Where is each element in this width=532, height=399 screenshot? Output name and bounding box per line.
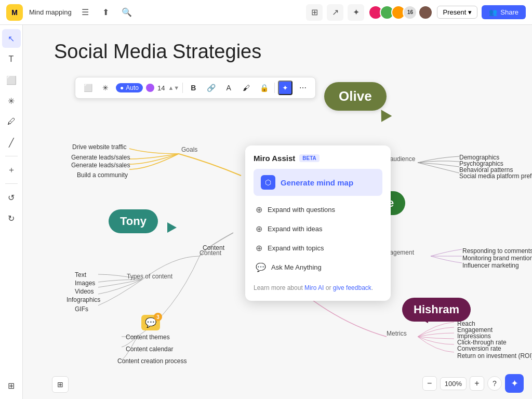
font-size-arrows[interactable]: ▲▼	[168, 85, 179, 91]
link-btn[interactable]: 🔗	[204, 81, 218, 95]
topbar-right: ⊞ ↗ ✦ 16 Present ▾ 👥 Share	[306, 4, 526, 21]
expand-topics-label: Expand with topics	[268, 244, 324, 252]
auto-toggle[interactable]: ● Auto	[116, 83, 143, 92]
node-generate-leads-2: Generate leads/sales	[71, 162, 130, 169]
node-gifs: GIFs	[75, 305, 88, 313]
undo-tool[interactable]: ↺	[2, 188, 21, 207]
add-tool[interactable]: ＋	[2, 161, 21, 179]
shapes-tool[interactable]: ✳	[2, 91, 21, 110]
share-icon: 👥	[489, 8, 497, 16]
cursor-tool[interactable]: ↖	[2, 29, 21, 48]
color-picker[interactable]	[146, 84, 154, 92]
format-separator-1	[182, 83, 183, 93]
chat-badge[interactable]: 3 💬	[141, 315, 160, 330]
ask-icon: 💬	[256, 262, 266, 272]
hishram-label: Hishram	[414, 303, 459, 316]
bold-btn[interactable]: B	[186, 81, 201, 95]
beta-badge: BETA	[299, 154, 319, 162]
node-content: Content	[203, 244, 224, 251]
generate-mindmap-btn[interactable]: ⬡ Generate mind map	[254, 169, 382, 196]
sparkle-icon[interactable]: ✦	[348, 4, 364, 21]
toolbar-separator-2	[5, 183, 18, 184]
footer-middle: or	[324, 284, 332, 291]
expand-questions-icon: ⊕	[256, 205, 262, 215]
canvas[interactable]: Social Media Strategies ⬜ ✳ ● Auto 14 ▲▼…	[23, 25, 532, 399]
feedback-link[interactable]: give feedback	[333, 284, 371, 291]
tony-label: Tony	[120, 215, 147, 228]
generate-icon: ⬡	[261, 175, 275, 190]
zoom-out-btn[interactable]: −	[422, 376, 437, 391]
line-tool[interactable]: ╱	[2, 133, 21, 152]
node-images: Images	[75, 280, 95, 287]
expand-ideas-item[interactable]: ⊕ Expand with ideas	[254, 219, 382, 238]
main-layout: ↖ T ⬜ ✳ 🖊 ╱ ＋ ↺ ↻ ⊞ Social Media Strateg…	[0, 25, 532, 399]
node-content-themes: Content themes	[126, 334, 170, 341]
board-panel-btn[interactable]: ⊞	[52, 376, 69, 393]
node-content-calendar: Content calendar	[126, 345, 173, 353]
footer-end: .	[371, 284, 373, 291]
zoom-in-btn[interactable]: +	[470, 376, 484, 391]
share-button[interactable]: 👥 Share	[482, 5, 526, 19]
expand-topics-item[interactable]: ⊕ Expand with topics	[254, 238, 382, 258]
expand-topics-icon: ⊕	[256, 243, 262, 253]
bottom-bar: − 100% + ? ✦	[422, 374, 524, 393]
sticky-note-tool[interactable]: ⬜	[2, 71, 21, 89]
olive-bubble: Olive	[324, 82, 387, 111]
current-user-avatar	[418, 5, 433, 20]
ask-me-anything-item[interactable]: 💬 Ask Me Anything	[254, 258, 382, 277]
toolbar-separator	[5, 156, 18, 156]
generate-label: Generate mind map	[281, 178, 353, 187]
popup-footer: Learn more about Miro AI or give feedbac…	[254, 283, 382, 292]
mindmap-tool-btn[interactable]: ✳	[98, 81, 113, 95]
svg-text:Types of content: Types of content	[127, 273, 173, 280]
svg-text:Metrics: Metrics	[387, 330, 407, 337]
assist-fab-btn[interactable]: ✦	[505, 374, 524, 393]
tony-arrow	[167, 222, 177, 233]
pen-tool[interactable]: 🖊	[2, 112, 21, 131]
node-responding: Responding to comments/messages	[462, 247, 532, 255]
node-roi: Return on investment (ROI)	[457, 352, 532, 360]
svg-text:Goals: Goals	[181, 146, 197, 153]
text-color-btn[interactable]: A	[221, 81, 236, 95]
miro-assist-popup: Miro Assist BETA ⬡ Generate mind map ⊕ E…	[245, 145, 391, 301]
avatar-count: 16	[403, 5, 417, 20]
footer-text: Learn more about	[254, 284, 304, 291]
node-generate-leads-1: Generate leads/sales	[71, 154, 130, 161]
help-btn[interactable]: ?	[487, 376, 502, 391]
node-conversion: Conversion rate	[457, 345, 501, 352]
present-button[interactable]: Present ▾	[437, 6, 477, 19]
chevron-down-icon: ▾	[468, 8, 472, 16]
app-title: Mind mapping	[29, 8, 72, 16]
expand-questions-item[interactable]: ⊕ Expand with questions	[254, 200, 382, 219]
node-content-creation: Content creation process	[117, 357, 187, 365]
tony-bubble: Tony	[109, 209, 158, 233]
zoom-level[interactable]: 100%	[440, 377, 467, 390]
grid-apps-icon[interactable]: ⊞	[306, 4, 323, 21]
miro-ai-link[interactable]: Miro AI	[304, 284, 324, 291]
topbar: M Mind mapping ☰ ⬆ 🔍 ⊞ ↗ ✦ 16 Present ▾ …	[0, 0, 532, 25]
format-separator-2	[274, 83, 275, 93]
assist-format-btn[interactable]: ✦	[278, 81, 292, 95]
olive-label: Olive	[339, 88, 372, 104]
expand-questions-label: Expand with questions	[268, 206, 335, 214]
ask-label: Ask Me Anything	[271, 263, 322, 271]
search-icon[interactable]: 🔍	[119, 5, 134, 20]
expand-ideas-label: Expand with ideas	[268, 225, 323, 233]
format-toolbar: ⬜ ✳ ● Auto 14 ▲▼ B 🔗 A 🖌 🔒 ✦ ⋯	[75, 77, 316, 99]
redo-tool[interactable]: ↻	[2, 209, 21, 228]
expand-ideas-icon: ⊕	[256, 224, 262, 234]
menu-icon[interactable]: ☰	[78, 5, 92, 20]
left-toolbar: ↖ T ⬜ ✳ 🖊 ╱ ＋ ↺ ↻ ⊞	[0, 25, 23, 399]
font-size[interactable]: 14	[157, 84, 165, 92]
lock-btn[interactable]: 🔒	[257, 81, 271, 95]
more-options-btn[interactable]: ⋯	[296, 81, 310, 95]
node-influencer: Influencer marketing	[462, 262, 519, 269]
node-text-type: Text	[75, 271, 86, 278]
cursor-mode-icon[interactable]: ↗	[327, 4, 343, 21]
rectangle-tool-btn[interactable]: ⬜	[81, 81, 95, 95]
hishram-bubble: Hishram	[402, 298, 471, 322]
upload-icon[interactable]: ⬆	[99, 5, 113, 20]
paint-btn[interactable]: 🖌	[239, 81, 254, 95]
board-view-tool[interactable]: ⊞	[2, 376, 21, 395]
text-tool[interactable]: T	[2, 50, 21, 69]
